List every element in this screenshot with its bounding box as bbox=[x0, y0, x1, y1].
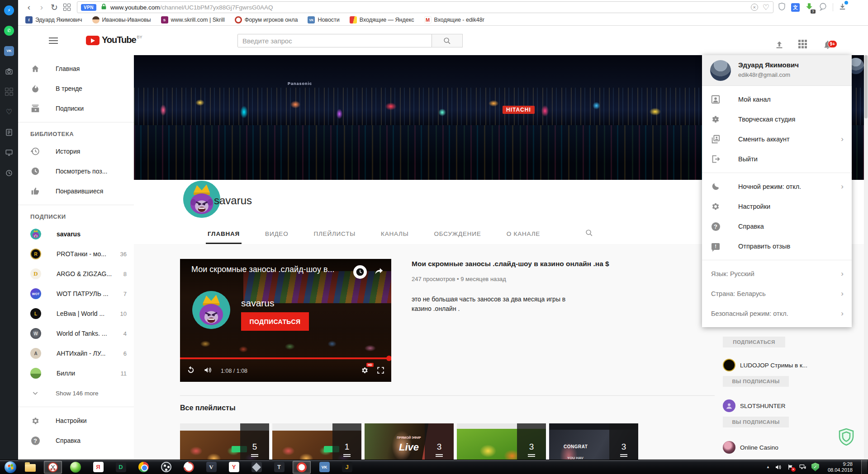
guide-sub-antihype[interactable]: А АНТИхайп - ЛУ... 6 bbox=[18, 343, 134, 363]
volume-icon[interactable] bbox=[204, 366, 213, 376]
menu-item-creator-studio[interactable]: Творческая студия bbox=[702, 109, 852, 129]
taskbar-clock[interactable]: 9:28 08.04.2018 bbox=[824, 461, 856, 473]
guide-sub-worldoftanks[interactable]: W World of Tanks. ... 4 bbox=[18, 324, 134, 343]
menu-item-restricted-mode[interactable]: Безопасный режим: откл. › bbox=[702, 304, 852, 324]
guide-sub-argo[interactable]: D ARGO & ZIGZAG... 8 bbox=[18, 264, 134, 284]
menu-item-send-feedback[interactable]: ! Отправить отзыв bbox=[702, 236, 852, 256]
suggested-channel-row[interactable]: LUDOJOP Стримы в к... bbox=[723, 359, 807, 371]
playlist-card[interactable]: 3 bbox=[457, 423, 546, 460]
bookmark-heart-icon[interactable]: ♡ bbox=[763, 3, 769, 12]
guide-item-subscriptions[interactable]: Подписки bbox=[18, 99, 134, 118]
reading-list-icon[interactable] bbox=[0, 122, 18, 142]
ssl-lock-icon[interactable] bbox=[101, 3, 107, 12]
notifications-bell-icon[interactable]: 9+ bbox=[823, 43, 833, 51]
tab-about[interactable]: О КАНАЛЕ bbox=[505, 230, 542, 244]
taskbar-explorer[interactable] bbox=[21, 461, 39, 474]
playlist-card[interactable]: CONGRAT YOU HAV 3 bbox=[549, 423, 638, 460]
share-arrow-icon[interactable] bbox=[373, 266, 385, 278]
refresh-button[interactable]: ↻ bbox=[48, 1, 61, 13]
taskbar-ybrowser[interactable]: Y bbox=[225, 461, 243, 474]
tab-home[interactable]: ГЛАВНАЯ bbox=[206, 230, 242, 244]
menu-item-sign-out[interactable]: Выйти bbox=[702, 149, 852, 169]
bookmark-item[interactable]: VKНовости bbox=[308, 16, 339, 23]
guide-item-trending[interactable]: В тренде bbox=[18, 79, 134, 99]
menu-item-help[interactable]: ? Справка bbox=[702, 216, 852, 236]
menu-item-settings[interactable]: Настройки bbox=[702, 197, 852, 216]
guide-item-history[interactable]: История bbox=[18, 141, 134, 161]
guide-show-more[interactable]: Show 146 more bbox=[18, 383, 134, 403]
guide-sub-lebwa[interactable]: L LeBwa | World ... 10 bbox=[18, 304, 134, 324]
replay-icon[interactable] bbox=[186, 366, 195, 376]
featured-video-player[interactable]: Мои скромные заносы .слайд-шоу в... sava… bbox=[180, 259, 391, 382]
downloads-icon[interactable] bbox=[839, 3, 846, 12]
back-button[interactable]: ‹ bbox=[23, 1, 35, 13]
adguard-shield-icon[interactable] bbox=[778, 2, 786, 13]
menu-item-country[interactable]: Страна: Беларусь › bbox=[702, 284, 852, 304]
tab-discussion[interactable]: ОБСУЖДЕНИЕ bbox=[432, 230, 483, 244]
antivirus-shield-tray-icon[interactable]: ✓ bbox=[811, 463, 819, 471]
suggested-channel-row[interactable]: Online Casino bbox=[723, 441, 778, 454]
channel-search-icon[interactable] bbox=[585, 229, 593, 244]
taskbar-pokerdom[interactable]: D bbox=[112, 461, 130, 474]
guide-sub-savarus[interactable]: savarus bbox=[18, 224, 134, 244]
menu-item-dark-mode[interactable]: Ночной режим: откл. › bbox=[702, 177, 852, 197]
chat-extension-icon[interactable] bbox=[819, 2, 827, 13]
guide-item-liked[interactable]: Понравившиеся bbox=[18, 181, 134, 201]
subscribe-button-gray[interactable]: ПОДПИСАТЬСЯ bbox=[723, 337, 785, 347]
bookmark-item[interactable]: MВходящие - edik48r bbox=[424, 16, 484, 23]
search-button[interactable] bbox=[432, 34, 463, 47]
address-bar[interactable]: VPN www.youtube.com/channel/UC1bPM7yx88G… bbox=[77, 1, 773, 13]
menu-item-my-channel[interactable]: Мой канал bbox=[702, 89, 852, 109]
suggested-channel-row[interactable]: SLOTSHUNTER bbox=[723, 399, 786, 412]
bookmark-item[interactable]: Ивановы-Ивановы bbox=[92, 16, 151, 23]
taskbar-antivirus[interactable] bbox=[180, 461, 198, 474]
playlist-card[interactable]: 1 bbox=[272, 423, 361, 460]
taskbar-yandex[interactable]: Я bbox=[89, 461, 107, 474]
taskbar-obs[interactable] bbox=[157, 461, 175, 474]
page-scrollbar[interactable] bbox=[864, 55, 868, 460]
player-video-title[interactable]: Мои скромные заносы .слайд-шоу в... bbox=[191, 265, 350, 274]
vpn-badge[interactable]: VPN bbox=[81, 4, 96, 11]
youtube-apps-icon[interactable] bbox=[798, 40, 807, 48]
taskbar-media-app[interactable] bbox=[66, 461, 85, 474]
savefrom-icon[interactable]: ? bbox=[805, 2, 813, 12]
tray-expand-icon[interactable]: ▲ bbox=[766, 465, 770, 469]
tab-channels[interactable]: КАНАЛЫ bbox=[379, 230, 411, 244]
subscribed-button[interactable]: ВЫ ПОДПИСАНЫ bbox=[723, 417, 789, 427]
screen-share-icon[interactable] bbox=[0, 142, 18, 163]
taskbar-joycasino[interactable]: J bbox=[338, 461, 356, 474]
taskbar-opera[interactable] bbox=[293, 461, 311, 474]
bookmark-item[interactable]: Форум игроков онла bbox=[235, 16, 298, 23]
translate-icon[interactable]: 文 bbox=[791, 3, 800, 12]
messenger-icon[interactable]: ⚡ bbox=[0, 0, 18, 20]
history-clock-icon[interactable] bbox=[0, 163, 18, 183]
vpn-shield-overlay-icon[interactable] bbox=[838, 428, 854, 446]
taskbar-chrome[interactable] bbox=[134, 461, 152, 474]
forward-button[interactable]: › bbox=[35, 1, 48, 13]
guide-item-help[interactable]: ? Справка bbox=[18, 431, 134, 451]
bookmark-item[interactable]: fЭдуард Якимович bbox=[25, 16, 82, 23]
start-button[interactable] bbox=[2, 460, 19, 474]
youtube-logo[interactable]: YouTube BY bbox=[86, 35, 142, 45]
guide-item-watch-later[interactable]: Посмотреть поз... bbox=[18, 161, 134, 181]
extensions-button[interactable] bbox=[61, 1, 73, 13]
player-progress-bar[interactable] bbox=[180, 357, 391, 359]
endscreen-subscribe-button[interactable]: ПОДПИСАТЬСЯ bbox=[241, 312, 309, 331]
watch-later-overlay-icon[interactable] bbox=[353, 265, 367, 279]
tab-playlists[interactable]: ПЛЕЙЛИСТЫ bbox=[312, 230, 357, 244]
whatsapp-icon[interactable]: ✆ bbox=[0, 20, 18, 41]
clear-url-icon[interactable]: × bbox=[751, 4, 758, 11]
action-center-flag-icon[interactable]: ✕ bbox=[787, 464, 794, 470]
guide-item-settings[interactable]: Настройки bbox=[18, 411, 134, 431]
taskbar-gtav[interactable]: V bbox=[202, 461, 220, 474]
network-tray-icon[interactable] bbox=[799, 464, 806, 470]
tab-videos[interactable]: ВИДЕО bbox=[263, 230, 290, 244]
show-desktop-button[interactable] bbox=[861, 460, 867, 474]
featured-video-title[interactable]: Мои скромные заносы .слайд-шоу в казино … bbox=[412, 260, 609, 268]
player-settings-gear-icon[interactable]: HD bbox=[360, 366, 369, 376]
menu-item-switch-account[interactable]: Сменить аккаунт › bbox=[702, 129, 852, 149]
taskbar-snipping-tool[interactable] bbox=[44, 461, 62, 474]
upload-icon[interactable] bbox=[774, 40, 784, 52]
guide-menu-button[interactable] bbox=[49, 38, 58, 44]
guide-item-home[interactable]: Главная bbox=[18, 59, 134, 79]
